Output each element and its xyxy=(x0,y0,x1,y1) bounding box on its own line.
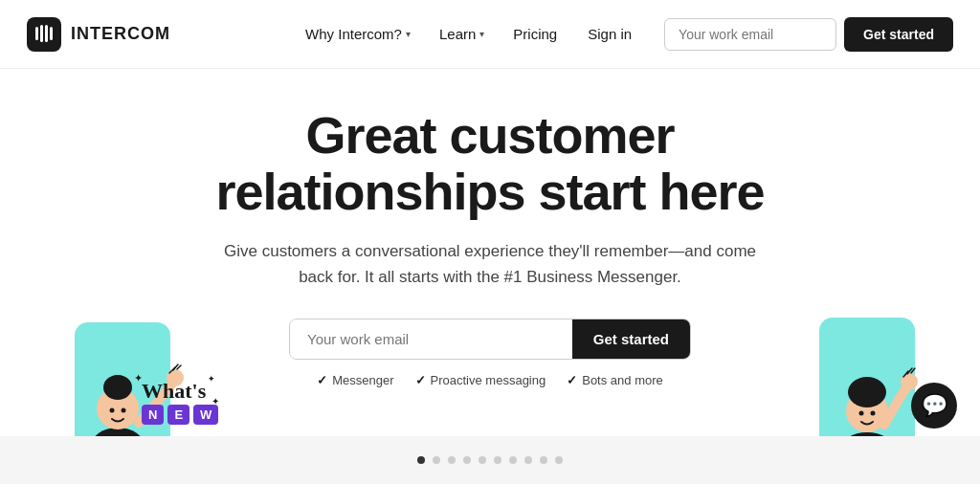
sparkle-icon: ✦ xyxy=(208,374,215,384)
nav-cta-button[interactable]: Get started xyxy=(844,17,953,52)
svg-rect-4 xyxy=(50,27,53,40)
svg-point-17 xyxy=(859,411,864,416)
svg-point-16 xyxy=(848,377,886,407)
email-form-inner: Get started xyxy=(289,319,691,360)
carousel-dot[interactable] xyxy=(417,456,425,464)
chevron-down-icon: ▾ xyxy=(406,29,411,39)
carousel-dot[interactable] xyxy=(524,456,532,464)
badge-w: W xyxy=(193,405,218,425)
carousel-dot[interactable] xyxy=(463,456,471,464)
svg-point-19 xyxy=(901,373,918,390)
navbar: INTERCOM Why Intercom? ▾ Learn ▾ Pricing… xyxy=(0,0,980,69)
svg-rect-2 xyxy=(40,25,43,42)
carousel-dot[interactable] xyxy=(540,456,547,464)
carousel-dot[interactable] xyxy=(494,456,501,464)
checkmark-icon: ✓ xyxy=(415,373,426,387)
hero-subtitle: Give customers a conversational experien… xyxy=(222,238,758,290)
whats-new-badge[interactable]: ✦ ✦ ✦ What's N E W xyxy=(142,380,218,425)
nav-pricing[interactable]: Pricing xyxy=(501,18,568,50)
chevron-down-icon: ▾ xyxy=(479,29,484,39)
carousel-dot[interactable] xyxy=(433,456,440,464)
carousel-dots xyxy=(0,436,980,484)
checkmark-icon: ✓ xyxy=(567,373,577,387)
badge-n: N xyxy=(142,405,164,425)
sparkle-icon: ✦ xyxy=(212,396,219,407)
svg-point-18 xyxy=(871,411,876,416)
whats-new-badges: N E W xyxy=(142,405,218,425)
feature-check-proactive: ✓ Proactive messaging xyxy=(415,373,546,387)
svg-rect-0 xyxy=(27,17,61,52)
intercom-logo-icon xyxy=(27,17,61,52)
badge-e: E xyxy=(167,405,189,425)
svg-point-10 xyxy=(110,408,115,413)
brand-name: INTERCOM xyxy=(71,24,170,44)
nav-learn[interactable]: Learn ▾ xyxy=(428,18,496,50)
nav-why-intercom[interactable]: Why Intercom? ▾ xyxy=(294,18,422,50)
whats-new-text: What's xyxy=(142,380,206,403)
checkmark-icon: ✓ xyxy=(317,373,327,387)
sparkle-icon: ✦ xyxy=(134,372,143,385)
carousel-dot[interactable] xyxy=(555,456,563,464)
hero-title: Great customer relationships start here xyxy=(19,107,961,221)
chat-icon: 💬 xyxy=(922,393,947,418)
hero-email-input[interactable] xyxy=(290,319,572,359)
nav-links: Why Intercom? ▾ Learn ▾ Pricing Sign in xyxy=(294,18,645,50)
chat-bubble-button[interactable]: 💬 xyxy=(911,383,957,429)
svg-rect-3 xyxy=(45,25,48,42)
carousel-dot[interactable] xyxy=(479,456,486,464)
nav-signin[interactable]: Sign in xyxy=(574,18,645,50)
svg-point-11 xyxy=(122,408,126,413)
feature-check-bots: ✓ Bots and more xyxy=(567,373,663,387)
carousel-dot[interactable] xyxy=(448,456,456,464)
svg-rect-1 xyxy=(35,27,38,40)
carousel-dot[interactable] xyxy=(509,456,517,464)
nav-email-input[interactable] xyxy=(664,18,836,51)
hero-section: Great customer relationships start here … xyxy=(0,69,980,407)
hero-cta-button[interactable]: Get started xyxy=(572,319,690,359)
svg-point-9 xyxy=(110,375,125,390)
logo-area: INTERCOM xyxy=(27,17,170,52)
feature-check-messenger: ✓ Messenger xyxy=(317,373,393,387)
